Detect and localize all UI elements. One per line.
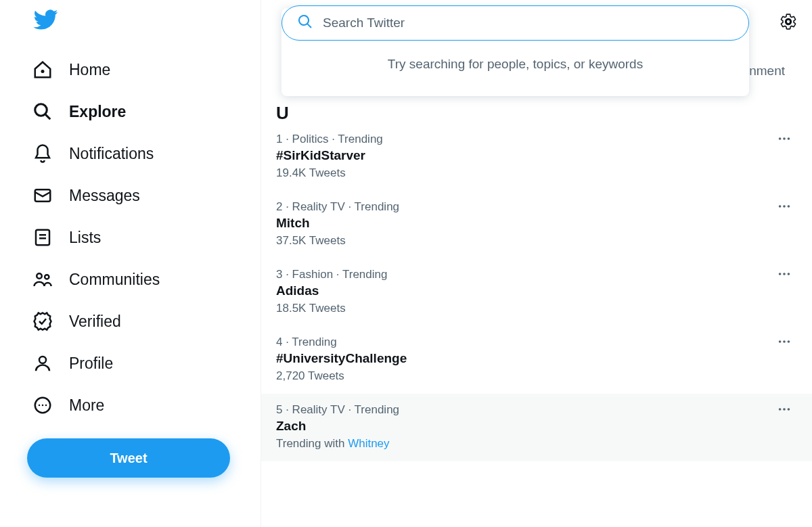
trend-item[interactable]: 1 · Politics · Trending #SirKidStarver 1… [261, 123, 812, 191]
trend-meta: 4 · Trending [276, 336, 792, 349]
nav-label: Home [69, 61, 110, 79]
nav-more[interactable]: More [27, 384, 118, 426]
list-icon [32, 227, 53, 248]
home-icon [32, 60, 53, 80]
svg-point-28 [788, 408, 790, 411]
svg-point-9 [39, 357, 46, 363]
trend-sub: 19.4K Tweets [276, 166, 792, 180]
nav-messages[interactable]: Messages [27, 175, 154, 216]
trend-item[interactable]: 5 · Reality TV · Trending Zach Trending … [261, 394, 812, 461]
trend-sub: Trending with Whitney [276, 437, 792, 451]
search-wrapper: Try searching for people, topics, or key… [281, 5, 749, 41]
twitter-logo[interactable] [32, 7, 261, 35]
search-box[interactable] [281, 5, 749, 41]
nav-explore[interactable]: Explore [27, 91, 139, 133]
trend-item[interactable]: 3 · Fashion · Trending Adidas 18.5K Twee… [261, 258, 812, 326]
trend-title: Mitch [276, 216, 792, 231]
nav-lists[interactable]: Lists [27, 216, 114, 258]
svg-point-7 [37, 273, 42, 279]
svg-point-21 [783, 273, 786, 275]
svg-point-12 [42, 405, 44, 407]
top-bar: Try searching for people, topics, or key… [261, 0, 812, 49]
nav-label: Communities [69, 271, 160, 289]
nav-verified[interactable]: Verified [27, 300, 135, 342]
settings-icon[interactable] [780, 13, 797, 33]
nav-label: Messages [69, 187, 140, 205]
trend-meta: 2 · Reality TV · Trending [276, 200, 792, 214]
svg-point-8 [45, 275, 49, 279]
nav-label: Profile [69, 354, 113, 373]
trends-list: 1 · Politics · Trending #SirKidStarver 1… [261, 123, 812, 461]
svg-point-22 [788, 273, 790, 275]
svg-point-0 [41, 70, 45, 73]
trend-more-icon[interactable] [777, 199, 792, 217]
trend-meta: 1 · Politics · Trending [276, 133, 792, 146]
tweet-button[interactable]: Tweet [27, 438, 230, 478]
trend-link[interactable]: Whitney [348, 437, 389, 450]
nav-communities[interactable]: Communities [27, 258, 173, 300]
svg-point-23 [779, 340, 782, 343]
svg-point-27 [783, 408, 786, 411]
svg-point-14 [779, 137, 782, 140]
trend-title: #UniversityChallenge [276, 351, 792, 366]
trend-item[interactable]: 2 · Reality TV · Trending Mitch 37.5K Tw… [261, 191, 812, 258]
people-icon [32, 269, 53, 290]
tab-fragment: nment [749, 64, 785, 78]
profile-icon [32, 353, 53, 373]
primary-nav: Home Explore Notifications Messages List… [27, 49, 261, 426]
trend-more-icon[interactable] [777, 402, 792, 420]
svg-point-15 [783, 137, 786, 140]
trend-title: Adidas [276, 283, 792, 298]
svg-point-24 [783, 340, 786, 343]
svg-point-18 [783, 205, 786, 208]
svg-point-11 [39, 405, 41, 407]
trend-sub: 37.5K Tweets [276, 234, 792, 248]
svg-point-17 [779, 205, 782, 208]
trend-meta: 5 · Reality TV · Trending [276, 403, 792, 417]
svg-point-19 [788, 205, 790, 208]
search-icon [32, 101, 53, 122]
svg-point-25 [788, 340, 790, 343]
envelope-icon [32, 185, 53, 206]
sidebar: Home Explore Notifications Messages List… [0, 0, 261, 527]
nav-home[interactable]: Home [27, 49, 124, 91]
svg-point-26 [779, 408, 782, 411]
nav-label: Notifications [69, 145, 154, 163]
svg-point-1 [35, 104, 47, 116]
trend-sub: 2,720 Tweets [276, 369, 792, 383]
trend-item[interactable]: 4 · Trending #UniversityChallenge 2,720 … [261, 326, 812, 394]
trend-meta: 3 · Fashion · Trending [276, 268, 792, 281]
trend-sub: 18.5K Tweets [276, 302, 792, 315]
svg-point-16 [788, 137, 790, 140]
trend-more-icon[interactable] [777, 334, 792, 352]
search-icon [297, 14, 313, 32]
bell-icon [32, 143, 53, 164]
trend-title: #SirKidStarver [276, 148, 792, 163]
nav-profile[interactable]: Profile [27, 342, 127, 384]
search-input[interactable] [323, 16, 734, 30]
trend-more-icon[interactable] [777, 267, 792, 285]
search-hint: Try searching for people, topics, or key… [298, 57, 733, 72]
svg-point-13 [45, 405, 47, 407]
more-icon [32, 395, 53, 415]
heading-fragment: U [276, 103, 289, 124]
nav-label: Lists [69, 229, 101, 247]
nav-label: Explore [69, 103, 126, 121]
nav-label: Verified [69, 313, 121, 331]
trend-title: Zach [276, 419, 792, 434]
main-content: Try searching for people, topics, or key… [261, 0, 812, 527]
trend-more-icon[interactable] [777, 131, 792, 150]
nav-label: More [69, 396, 104, 415]
nav-notifications[interactable]: Notifications [27, 133, 167, 175]
verified-icon [32, 311, 53, 331]
svg-point-20 [779, 273, 782, 275]
svg-line-2 [45, 114, 51, 120]
